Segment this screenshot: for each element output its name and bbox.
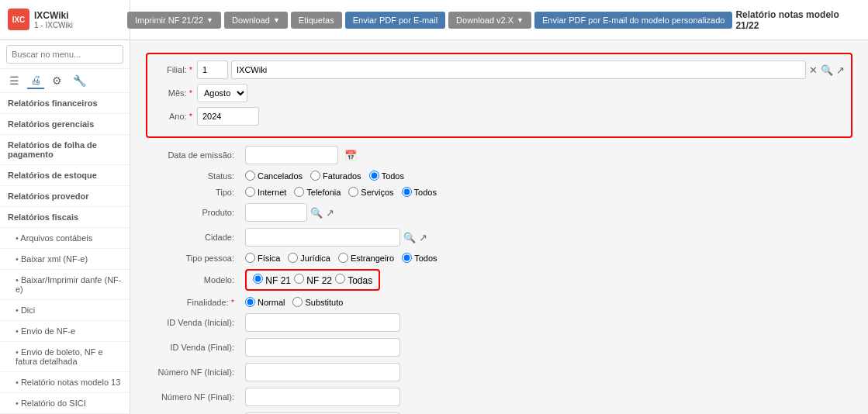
sidebar-item-folha[interactable]: Relatórios de folha de pagamento bbox=[0, 135, 130, 165]
id-venda-inicial-row: ID Venda (Inicial): bbox=[146, 313, 852, 332]
sidebar-item-dici[interactable]: Dici bbox=[0, 300, 130, 321]
numero-nf-inicial-label: Número NF (Inicial): bbox=[146, 367, 239, 377]
produto-input-wrap: 🔍 ↗ bbox=[245, 203, 334, 222]
status-label: Status: bbox=[146, 171, 239, 181]
numero-nf-final-input[interactable] bbox=[245, 388, 400, 406]
download-v2-button[interactable]: Download v2.X ▼ bbox=[448, 12, 531, 29]
search-icon[interactable]: 🔍 bbox=[821, 64, 833, 76]
main-layout: ☰ 🖨 ⚙ 🔧 Relatórios financeiros Relatório… bbox=[0, 40, 868, 414]
top-bar: IXC IXCWiki 1 - IXCWiki Imprimir NF 21/2… bbox=[0, 0, 868, 40]
modelo-box: NF 21 NF 22 Todas bbox=[245, 269, 380, 291]
tipo-radio-group: Internet Telefonia Serviços Todos bbox=[245, 187, 437, 197]
tipo-internet[interactable]: Internet bbox=[245, 187, 286, 197]
fin-substituto[interactable]: Substituto bbox=[292, 297, 343, 307]
produto-input[interactable] bbox=[245, 203, 307, 222]
sidebar-item-envio-nfe[interactable]: Envio de NF-e bbox=[0, 321, 130, 342]
numero-nf-final-row: Número NF (Final): bbox=[146, 388, 852, 406]
filial-id-input[interactable] bbox=[197, 60, 228, 79]
status-radio-group: Cancelados Faturados Todos bbox=[245, 171, 404, 181]
tipo-telefonia[interactable]: Telefonia bbox=[294, 187, 341, 197]
page-title: Relatório notas modelo 21/22 bbox=[735, 9, 862, 31]
menu-icon[interactable]: ☰ bbox=[6, 72, 22, 89]
status-faturados[interactable]: Faturados bbox=[310, 171, 361, 181]
tp-juridica[interactable]: Jurídica bbox=[288, 253, 330, 263]
sidebar-nav: Relatórios financeiros Relatórios gerenc… bbox=[0, 93, 130, 414]
tipo-servicos[interactable]: Serviços bbox=[348, 187, 393, 197]
sidebar-item-modelo13[interactable]: Relatório notas modelo 13 bbox=[0, 372, 130, 393]
etiquetas-button[interactable]: Etiquetas bbox=[291, 12, 342, 29]
sidebar-item-provedor[interactable]: Relatórios provedor bbox=[0, 186, 130, 207]
modelo-label: Modelo: bbox=[146, 275, 239, 285]
tipo-todos[interactable]: Todos bbox=[402, 187, 437, 197]
ano-label: Ano: * bbox=[154, 112, 192, 121]
logo-area: IXC IXCWiki 1 - IXCWiki bbox=[0, 0, 130, 40]
tipo-row: Tipo: Internet Telefonia Serviços Todos bbox=[146, 187, 852, 197]
sidebar-item-envio-boleto[interactable]: Envio de boleto, NF e fatura detalhada bbox=[0, 342, 130, 372]
tp-fisica[interactable]: Física bbox=[245, 253, 280, 263]
status-cancelados[interactable]: Cancelados bbox=[245, 171, 303, 181]
produto-label: Produto: bbox=[146, 208, 239, 217]
cidade-row: Cidade: 🔍 ↗ bbox=[146, 228, 852, 247]
app-subtitle: 1 - IXCWiki bbox=[34, 21, 73, 29]
modelo-nf21[interactable]: NF 21 bbox=[253, 274, 291, 286]
numero-nf-inicial-input[interactable] bbox=[245, 363, 400, 381]
open-icon[interactable]: ↗ bbox=[836, 64, 845, 76]
calendar-icon[interactable]: 📅 bbox=[344, 150, 357, 161]
id-venda-inicial-input[interactable] bbox=[245, 313, 400, 332]
fin-normal[interactable]: Normal bbox=[245, 297, 285, 307]
sidebar-search-wrap bbox=[0, 40, 130, 69]
sidebar: ☰ 🖨 ⚙ 🔧 Relatórios financeiros Relatório… bbox=[0, 40, 130, 414]
chevron-down-icon: ▼ bbox=[206, 16, 213, 24]
print-icon[interactable]: 🖨 bbox=[27, 72, 44, 89]
email-modelo-button[interactable]: Enviar PDF por E-mail do modelo personal… bbox=[534, 12, 732, 29]
chevron-down-icon: ▼ bbox=[273, 16, 280, 24]
produto-search-icon[interactable]: 🔍 bbox=[310, 207, 323, 219]
cidade-input-wrap: 🔍 ↗ bbox=[245, 228, 427, 247]
sidebar-item-arquivos[interactable]: Arquivos contábeis bbox=[0, 228, 130, 249]
data-emissao-row: Data de emissão: 📅 bbox=[146, 146, 852, 164]
email-button[interactable]: Enviar PDF por E-mail bbox=[345, 12, 445, 29]
sidebar-item-financeiros[interactable]: Relatórios financeiros bbox=[0, 93, 130, 114]
sidebar-item-gerenciais[interactable]: Relatórios gerenciais bbox=[0, 114, 130, 135]
modelo-nf22[interactable]: NF 22 bbox=[294, 274, 332, 286]
produto-row: Produto: 🔍 ↗ bbox=[146, 203, 852, 222]
mes-select[interactable]: Agosto bbox=[197, 84, 247, 102]
tp-todos[interactable]: Todos bbox=[402, 253, 437, 263]
app-title: IXCWiki bbox=[34, 10, 73, 21]
mes-label: Mês: * bbox=[154, 88, 192, 98]
modelo-row: Modelo: NF 21 NF 22 Todas bbox=[146, 269, 852, 291]
ano-input[interactable] bbox=[197, 107, 259, 126]
download-button[interactable]: Download ▼ bbox=[224, 12, 288, 29]
data-emissao-input[interactable] bbox=[245, 146, 338, 164]
gear-icon[interactable]: ⚙ bbox=[49, 72, 65, 89]
filial-name-input[interactable] bbox=[231, 60, 806, 79]
produto-open-icon[interactable]: ↗ bbox=[326, 207, 334, 219]
numero-nf-inicial-row: Número NF (Inicial): bbox=[146, 363, 852, 381]
imprimir-button[interactable]: Imprimir NF 21/22 ▼ bbox=[127, 12, 221, 29]
search-input[interactable] bbox=[6, 45, 123, 64]
filial-row: Filial: * ✕ 🔍 ↗ bbox=[154, 60, 845, 79]
sidebar-icon-bar: ☰ 🖨 ⚙ 🔧 bbox=[0, 69, 130, 93]
tp-estrangeiro[interactable]: Estrangeiro bbox=[338, 253, 394, 263]
sidebar-item-sici[interactable]: Relatório do SICI bbox=[0, 393, 130, 414]
finalidade-row: Finalidade: * Normal Substituto bbox=[146, 297, 852, 307]
sidebar-item-estoque[interactable]: Relatórios de estoque bbox=[0, 165, 130, 186]
id-venda-final-label: ID Venda (Final): bbox=[146, 343, 239, 352]
modelo-todas[interactable]: Todas bbox=[335, 274, 372, 286]
sidebar-item-fiscais[interactable]: Relatórios fiscais bbox=[0, 207, 130, 228]
filial-label: Filial: * bbox=[154, 65, 192, 74]
status-todos[interactable]: Todos bbox=[369, 171, 404, 181]
id-venda-final-input[interactable] bbox=[245, 338, 400, 357]
filial-section: Filial: * ✕ 🔍 ↗ Mês: * Agosto Ano: * bbox=[146, 53, 852, 138]
filial-input-wrap: ✕ 🔍 ↗ bbox=[197, 60, 845, 79]
cidade-open-icon[interactable]: ↗ bbox=[419, 232, 427, 243]
chevron-down-icon: ▼ bbox=[517, 16, 524, 24]
clear-icon[interactable]: ✕ bbox=[809, 64, 818, 76]
sidebar-item-xml[interactable]: Baixar xml (NF-e) bbox=[0, 249, 130, 270]
cidade-input[interactable] bbox=[245, 228, 400, 247]
wrench-icon[interactable]: 🔧 bbox=[70, 72, 89, 89]
sidebar-item-danfe[interactable]: Baixar/Imprimir danfe (NF-e) bbox=[0, 270, 130, 300]
cidade-search-icon[interactable]: 🔍 bbox=[403, 232, 416, 243]
tipo-pessoa-label: Tipo pessoa: bbox=[146, 254, 239, 263]
logo-text-block: IXCWiki 1 - IXCWiki bbox=[34, 10, 73, 29]
